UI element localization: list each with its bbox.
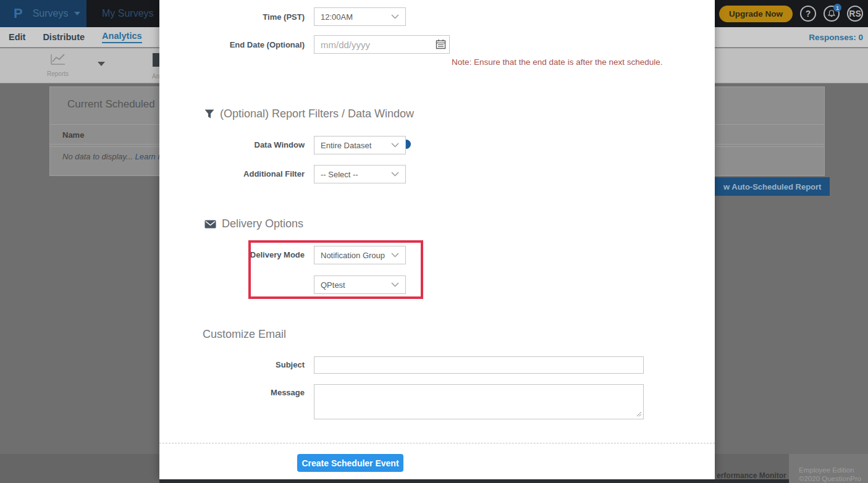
chevron-down-icon	[74, 12, 80, 15]
nav-item-distribute[interactable]: Distribute	[43, 32, 85, 42]
delivery-section-title: Delivery Options	[204, 217, 303, 230]
create-scheduler-event-button[interactable]: Create Scheduler Event	[297, 454, 403, 472]
header-actions: Upgrade Now ? 1 RS	[696, 0, 863, 27]
data-window-label: Data Window	[159, 140, 305, 149]
column-header-name: Name	[62, 130, 84, 140]
help-button[interactable]: ?	[800, 6, 816, 22]
time-label: Time (PST)	[159, 12, 305, 22]
delivery-mode-value: Notification Group	[321, 251, 385, 260]
nav-item-edit[interactable]: Edit	[9, 32, 25, 42]
message-textarea[interactable]	[314, 384, 644, 419]
filters-section-title: (Optional) Report Filters / Data Window	[204, 107, 414, 120]
data-window-select[interactable]: Entire Dataset	[314, 136, 406, 154]
product-switcher[interactable]: P Surveys	[0, 0, 86, 27]
empty-state-text: No data to display... Learn mo	[62, 152, 169, 161]
avatar[interactable]: RS	[847, 6, 863, 22]
message-label: Message	[159, 388, 305, 397]
copyright-label: ©2020 QuestionPro	[799, 475, 861, 482]
end-date-input[interactable]	[314, 35, 450, 54]
chevron-down-icon	[391, 172, 399, 177]
line-chart-icon	[50, 52, 66, 67]
nav-item-analytics[interactable]: Analytics	[102, 31, 141, 43]
calendar-icon[interactable]	[436, 39, 446, 49]
time-select[interactable]: 12:00AM	[314, 7, 406, 26]
chevron-down-icon	[391, 253, 399, 258]
auto-scheduled-report-modal: Time (PST) 12:00AM End Date (Optional) N…	[159, 0, 715, 479]
bottom-dark-strip	[159, 479, 789, 483]
end-date-label: End Date (Optional)	[159, 40, 305, 49]
subject-label: Subject	[159, 360, 305, 369]
edition-panel: Employee Edition ©2020 QuestionPro	[789, 454, 868, 483]
data-window-value: Entire Dataset	[321, 141, 371, 150]
upgrade-now-button[interactable]: Upgrade Now	[719, 6, 793, 22]
dashed-separator	[159, 443, 715, 443]
resize-grip-icon[interactable]	[636, 411, 642, 417]
notification-group-select[interactable]: QPtest	[314, 275, 406, 294]
performance-monitor-label: erformance Monitor	[717, 471, 786, 480]
additional-filter-value: -- Select --	[321, 170, 358, 179]
new-auto-scheduled-report-button[interactable]: w Auto-Scheduled Report	[715, 177, 830, 196]
delivery-mode-select[interactable]: Notification Group	[314, 246, 406, 264]
partial-tool-label: An	[152, 73, 159, 80]
chevron-down-icon	[391, 282, 399, 287]
filter-icon	[204, 109, 214, 119]
edition-label: Employee Edition	[799, 466, 854, 474]
responses-count: Responses: 0	[809, 33, 863, 42]
time-select-value: 12:00AM	[321, 12, 353, 22]
notifications-button[interactable]: 1	[824, 6, 840, 22]
product-name: Surveys	[33, 8, 69, 19]
screen: P Surveys My Surveys Upgrade Now ? 1 RS …	[0, 0, 868, 483]
reports-tool[interactable]: Reports	[47, 52, 69, 77]
reports-tool-label: Reports	[47, 70, 69, 77]
customize-email-title: Customize Email	[203, 328, 286, 341]
chevron-down-icon	[391, 14, 399, 19]
tool-caret-icon[interactable]	[98, 62, 105, 66]
notification-badge: 1	[833, 4, 841, 12]
notification-group-value: QPtest	[321, 280, 345, 290]
subject-input[interactable]	[314, 356, 644, 374]
delivery-mode-label: Delivery Mode	[159, 250, 305, 259]
tab-my-surveys[interactable]: My Surveys	[102, 0, 154, 27]
chevron-down-icon	[391, 143, 399, 148]
partial-tool-icon	[153, 53, 159, 67]
questionpro-logo-icon: P	[14, 6, 23, 22]
additional-filter-label: Additional Filter	[159, 169, 305, 178]
end-date-note: Note: Ensure that the end date is after …	[452, 57, 662, 67]
envelope-icon	[204, 220, 216, 229]
additional-filter-select[interactable]: -- Select --	[314, 165, 406, 183]
card-title: Current Scheduled	[67, 98, 155, 111]
